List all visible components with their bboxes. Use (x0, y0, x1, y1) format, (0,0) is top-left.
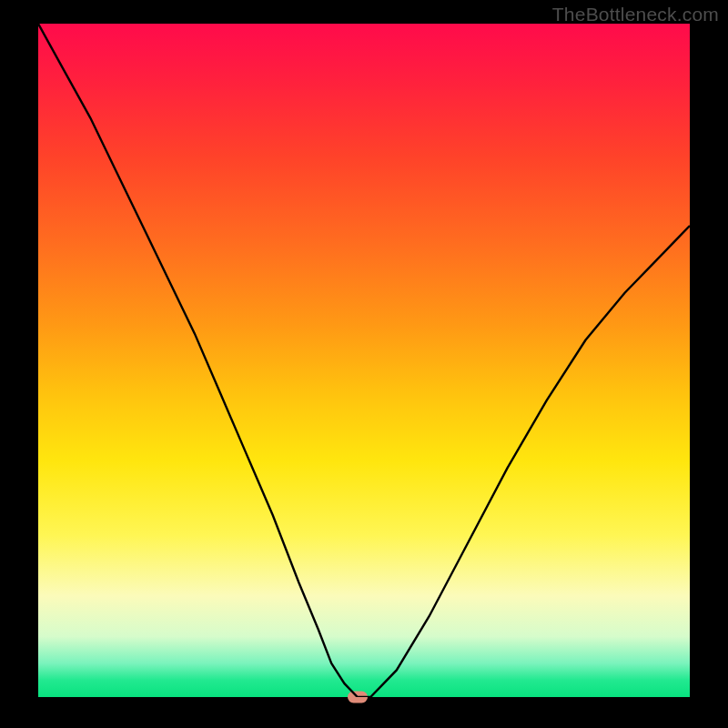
bottleneck-curve (38, 24, 690, 697)
watermark-text: TheBottleneck.com (552, 4, 719, 25)
curve-path (38, 24, 690, 697)
plot-area (38, 24, 690, 697)
chart-frame: TheBottleneck.com (0, 0, 728, 728)
